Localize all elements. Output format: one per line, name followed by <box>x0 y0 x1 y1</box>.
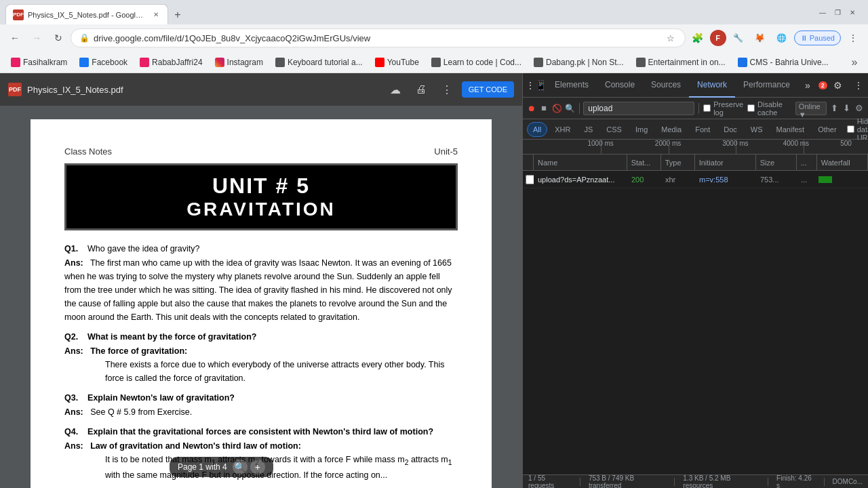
zoom-search-icon[interactable]: 🔍 <box>233 460 248 474</box>
hide-data-urls-checkbox[interactable]: Hide data URLs <box>847 117 868 142</box>
network-toolbar: ⏺ ⏹ 🚫 🔍 Preserve log Disable cache Onlin… <box>523 98 868 119</box>
filter-doc[interactable]: Doc <box>717 122 743 137</box>
filter-bar: All XHR JS CSS Img Media Font Doc WS Man… <box>523 119 868 140</box>
bookmark-cms[interactable]: CMS - Bahria Unive... <box>732 54 834 70</box>
bookmark-favicon <box>375 58 384 67</box>
tab-console[interactable]: Console <box>597 73 643 98</box>
refresh-button[interactable]: ↻ <box>49 28 68 47</box>
row-name-text: upload?ds=APznzaat... <box>538 176 614 184</box>
th-initiator[interactable]: Initiator <box>695 155 756 170</box>
devtools-settings-icon[interactable]: ⚙ <box>829 76 848 95</box>
pdf-page: Class Notes Unit-5 UNIT # 5 GRAVITATION … <box>31 119 492 488</box>
tab-network[interactable]: Network <box>689 73 735 98</box>
filter-media[interactable]: Media <box>655 122 688 137</box>
bookmark-favicon <box>215 58 224 67</box>
import-button[interactable]: ⬆ <box>829 102 839 115</box>
qa-item-3: Q3. Explain Newton's law of gravitation?… <box>64 393 458 419</box>
th-type[interactable]: Type <box>661 155 695 170</box>
filter-xhr[interactable]: XHR <box>549 122 576 137</box>
tab-performance[interactable]: Performance <box>735 73 798 98</box>
bookmark-rababjaffri[interactable]: RababJaffri24 <box>134 54 208 70</box>
filter-other[interactable]: Other <box>812 122 843 137</box>
resources-size: 1.3 KB / 5.2 MB resources <box>683 474 760 489</box>
export-button[interactable]: ⬇ <box>842 102 851 115</box>
filter-manifest[interactable]: Manifest <box>770 122 811 137</box>
bookmark-star-icon[interactable]: ☆ <box>665 32 677 44</box>
pdf-toolbar: PDF Physics_IX_5_Notes.pdf ☁ 🖨 ⋮ GET COD… <box>0 73 522 106</box>
hide-data-urls-input[interactable] <box>847 125 854 133</box>
pdf-content[interactable]: Class Notes Unit-5 UNIT # 5 GRAVITATION … <box>0 106 522 488</box>
active-tab[interactable]: PDF Physics_IX_5_Notes.pdf - Google ... … <box>5 4 168 24</box>
preserve-log-input[interactable] <box>703 104 711 112</box>
th-waterfall[interactable]: Waterfall <box>817 155 868 170</box>
td-initiator[interactable]: m=v:558 <box>695 171 756 188</box>
zoom-in-button[interactable]: + <box>250 460 265 474</box>
back-button[interactable]: ← <box>5 28 24 47</box>
devtools-inspect-icon[interactable]: ⋮ <box>526 76 535 95</box>
tab-strip: PDF Physics_IX_5_Notes.pdf - Google ... … <box>5 0 815 24</box>
th-name[interactable]: Name <box>534 155 627 170</box>
devtools-device-icon[interactable]: 📱 <box>535 76 547 95</box>
bookmark-entertainment[interactable]: Entertainment in on... <box>631 54 731 70</box>
chrome-extension-3[interactable]: 🌐 <box>772 28 791 47</box>
chrome-extension-2[interactable]: 🦊 <box>751 28 770 47</box>
bookmark-keyboard[interactable]: Keyboard tutorial a... <box>270 54 368 70</box>
tab-close-button[interactable]: ✕ <box>151 10 161 20</box>
pdf-header: Class Notes Unit-5 <box>64 146 458 157</box>
bookmark-label: Dabang.pk | Non St... <box>546 58 624 67</box>
question-1: Q1. Who gave the idea of gravity? <box>64 244 458 253</box>
filter-css[interactable]: CSS <box>600 122 628 137</box>
settings-icon[interactable]: ⋮ <box>844 28 863 47</box>
devtools-status-bar: 1 / 55 requests 753 B / 749 KB transferr… <box>523 474 868 488</box>
bookmark-facebook[interactable]: Facebook <box>74 54 133 70</box>
clear-button[interactable]: 🚫 <box>552 102 562 115</box>
more-network-icon[interactable]: ⚙ <box>854 102 864 115</box>
bookmarks-more-button[interactable]: » <box>846 54 863 70</box>
address-bar: ← → ↻ 🔒 drive.google.com/file/d/1QoJEb_8… <box>0 24 868 52</box>
th-size[interactable]: Size <box>756 155 797 170</box>
paused-button[interactable]: ⏸ Paused <box>794 30 841 45</box>
filter-ws[interactable]: WS <box>745 122 769 137</box>
stop-recording-icon[interactable]: ⏹ <box>539 102 549 115</box>
bookmark-learntocode[interactable]: Learn to code | Cod... <box>426 54 527 70</box>
filter-img[interactable]: Img <box>629 122 654 137</box>
record-button[interactable]: ⏺ <box>527 102 536 115</box>
bookmark-dabang[interactable]: Dabang.pk | Non St... <box>528 54 629 70</box>
th-status[interactable]: Stat... <box>627 155 661 170</box>
address-bar-input[interactable]: 🔒 drive.google.com/file/d/1QoJEb_8u8v_Xc… <box>71 28 686 47</box>
close-button[interactable]: ✕ <box>848 7 857 17</box>
more-options-icon[interactable]: ⋮ <box>436 79 458 100</box>
tab-elements[interactable]: Elements <box>547 73 597 98</box>
more-tabs-button[interactable]: » <box>798 76 817 95</box>
minimize-button[interactable]: — <box>818 7 827 17</box>
preserve-log-checkbox[interactable]: Preserve log <box>703 100 745 117</box>
print-icon[interactable]: 🖨 <box>410 79 432 100</box>
bookmark-youtube[interactable]: YouTube <box>370 54 425 70</box>
search-button[interactable]: 🔍 <box>565 102 575 115</box>
disable-cache-checkbox[interactable]: Disable cache <box>747 100 793 117</box>
status-separator-4 <box>824 478 825 486</box>
filter-font[interactable]: Font <box>689 122 716 137</box>
toolbar-icons: 🧩 F 🔧 🦊 🌐 ⏸ Paused ⋮ <box>688 28 863 47</box>
filter-input[interactable] <box>583 102 694 115</box>
network-row[interactable]: upload?ds=APznzaat... 200 xhr m=v:558 75… <box>523 171 868 188</box>
filter-all[interactable]: All <box>527 122 547 137</box>
profile-icon[interactable]: F <box>710 30 726 46</box>
maximize-button[interactable]: ❐ <box>833 7 842 17</box>
add-to-drive-icon[interactable]: ☁ <box>384 79 406 100</box>
extensions-icon[interactable]: 🧩 <box>688 28 707 47</box>
tab-sources[interactable]: Sources <box>643 73 689 98</box>
bookmark-favicon <box>275 58 285 67</box>
filter-js[interactable]: JS <box>578 122 599 137</box>
get-code-button[interactable]: GET CODE <box>462 81 514 98</box>
throttle-dropdown[interactable]: Online ▼ <box>795 102 827 115</box>
devtools-more-icon[interactable]: ⋮ <box>849 76 868 95</box>
disable-cache-input[interactable] <box>747 104 755 112</box>
bookmark-fasihalkram[interactable]: Fasihalkram <box>5 54 73 70</box>
timeline-bar: 1000 ms 2000 ms 3000 ms 4000 ms 500 <box>523 140 868 155</box>
row-checkbox[interactable] <box>526 175 534 184</box>
forward-button[interactable]: → <box>27 28 46 47</box>
new-tab-button[interactable]: + <box>168 5 187 24</box>
chrome-extension-1[interactable]: 🔧 <box>729 28 748 47</box>
bookmark-instagram[interactable]: Instagram <box>210 54 269 70</box>
